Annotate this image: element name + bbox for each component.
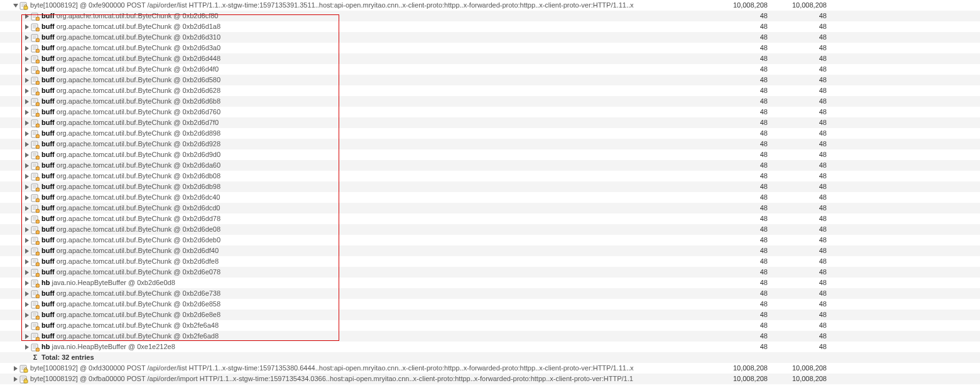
tree-row[interactable]: buff org.apache.tomcat.util.buf.ByteChun…	[0, 320, 980, 331]
tree-row[interactable]: buff org.apache.tomcat.util.buf.ByteChun…	[0, 192, 980, 203]
expand-toggle[interactable]	[24, 281, 30, 286]
expand-toggle[interactable]	[24, 249, 30, 254]
expand-toggle[interactable]	[24, 99, 30, 104]
svg-rect-28	[33, 49, 36, 50]
expand-toggle[interactable]	[24, 89, 30, 94]
expand-toggle[interactable]	[24, 259, 30, 264]
expand-toggle[interactable]	[24, 67, 30, 72]
expand-toggle[interactable]	[24, 195, 30, 200]
tree-row[interactable]: buff org.apache.tomcat.util.buf.ByteChun…	[0, 235, 980, 245]
tree-row[interactable]: buff org.apache.tomcat.util.buf.ByteChun…	[0, 32, 980, 43]
expand-toggle[interactable]	[24, 270, 30, 275]
node-label: buff org.apache.tomcat.util.buf.ByteChun…	[41, 149, 220, 160]
expand-toggle[interactable]	[24, 121, 30, 126]
tree-row[interactable]: buff org.apache.tomcat.util.buf.ByteChun…	[0, 299, 980, 310]
tree-row[interactable]: buff org.apache.tomcat.util.buf.ByteChun…	[0, 21, 980, 32]
tree-row[interactable]: byte[10008192] @ 0xfd300000 POST /api/or…	[0, 363, 980, 374]
tree-row[interactable]: buff org.apache.tomcat.util.buf.ByteChun…	[0, 85, 980, 96]
tree-row[interactable]: buff org.apache.tomcat.util.buf.ByteChun…	[0, 310, 980, 320]
expand-toggle[interactable]	[24, 35, 30, 40]
tree-row[interactable]: buff org.apache.tomcat.util.buf.ByteChun…	[0, 149, 980, 160]
shallow-heap-cell: 48	[711, 171, 770, 181]
svg-rect-117	[33, 208, 36, 208]
expand-toggle[interactable]	[24, 206, 30, 211]
retained-heap-cell: 48	[770, 288, 829, 299]
tree-row[interactable]: buff org.apache.tomcat.util.buf.ByteChun…	[0, 171, 980, 181]
svg-rect-154	[33, 273, 36, 274]
expand-toggle[interactable]	[24, 291, 30, 296]
tree-row[interactable]: buff org.apache.tomcat.util.buf.ByteChun…	[0, 224, 980, 235]
svg-marker-66	[25, 121, 29, 126]
expand-toggle[interactable]	[24, 227, 30, 232]
expand-toggle[interactable]	[13, 377, 19, 382]
expand-toggle[interactable]	[24, 78, 30, 83]
node-label: buff org.apache.tomcat.util.buf.ByteChun…	[41, 107, 220, 117]
expand-toggle[interactable]	[24, 313, 30, 318]
expand-toggle[interactable]	[24, 174, 30, 179]
tree-row[interactable]: buff org.apache.tomcat.util.buf.ByteChun…	[0, 96, 980, 107]
tree-row[interactable]: buff org.apache.tomcat.util.buf.ByteChun…	[0, 64, 980, 75]
node-label: buff org.apache.tomcat.util.buf.ByteChun…	[41, 245, 219, 256]
svg-marker-6	[25, 14, 29, 19]
tree-row[interactable]: buff org.apache.tomcat.util.buf.ByteChun…	[0, 181, 980, 192]
tree-row[interactable]: ΣTotal: 32 entries	[0, 352, 980, 363]
tree-row[interactable]: byte[10008192] @ 0xfe900000 POST /api/or…	[0, 0, 980, 11]
svg-point-101	[36, 177, 40, 181]
expand-toggle[interactable]	[24, 24, 30, 30]
tree-row[interactable]: buff org.apache.tomcat.util.buf.ByteChun…	[0, 203, 980, 213]
tree-row[interactable]: buff org.apache.tomcat.util.buf.ByteChun…	[0, 117, 980, 128]
tree-row[interactable]: buff org.apache.tomcat.util.buf.ByteChun…	[0, 267, 980, 278]
retained-heap-cell: 48	[770, 53, 829, 64]
tree-row[interactable]: buff org.apache.tomcat.util.buf.ByteChun…	[0, 107, 980, 117]
tree-row[interactable]: buff org.apache.tomcat.util.buf.ByteChun…	[0, 11, 980, 21]
expand-toggle[interactable]	[24, 131, 30, 136]
expand-toggle[interactable]	[24, 46, 30, 51]
node-label: byte[10008192] @ 0xfe900000 POST /api/or…	[30, 0, 634, 11]
node-label: byte[10008192] @ 0xfba00000 POST /api/or…	[30, 374, 633, 384]
tree-row[interactable]: buff org.apache.tomcat.util.buf.ByteChun…	[0, 160, 980, 171]
tree-row[interactable]: buff org.apache.tomcat.util.buf.ByteChun…	[0, 139, 980, 149]
svg-rect-2	[21, 4, 25, 4]
tree-row[interactable]: buff org.apache.tomcat.util.buf.ByteChun…	[0, 288, 980, 299]
expand-toggle[interactable]	[24, 185, 30, 190]
node-label: buff org.apache.tomcat.util.buf.ByteChun…	[41, 139, 220, 149]
tree-row[interactable]: hb java.nio.HeapByteBuffer @ 0xe1e212e84…	[0, 342, 980, 352]
expand-toggle[interactable]	[24, 238, 30, 243]
expand-toggle[interactable]	[24, 345, 30, 350]
expand-toggle[interactable]	[24, 14, 30, 19]
tree-row[interactable]: buff org.apache.tomcat.util.buf.ByteChun…	[0, 75, 980, 85]
tree-row[interactable]: buff org.apache.tomcat.util.buf.ByteChun…	[0, 213, 980, 224]
tree-row[interactable]: buff org.apache.tomcat.util.buf.ByteChun…	[0, 43, 980, 53]
expand-toggle[interactable]	[24, 217, 30, 222]
node-label: buff org.apache.tomcat.util.buf.ByteChun…	[41, 224, 220, 235]
node-label: buff org.apache.tomcat.util.buf.ByteChun…	[41, 128, 220, 139]
expand-toggle[interactable]	[24, 153, 30, 158]
expand-toggle[interactable]	[24, 57, 30, 62]
shallow-heap-cell: 48	[711, 278, 770, 288]
retained-heap-cell: 48	[770, 320, 829, 331]
tree-row[interactable]: buff org.apache.tomcat.util.buf.ByteChun…	[0, 256, 980, 267]
node-label: buff org.apache.tomcat.util.buf.ByteChun…	[41, 331, 219, 342]
svg-point-113	[36, 198, 40, 202]
tree-row[interactable]: hb java.nio.HeapByteBuffer @ 0xb2d6e0d84…	[0, 278, 980, 288]
expand-toggle[interactable]	[24, 110, 30, 115]
svg-point-83	[36, 145, 40, 149]
shallow-heap-cell: 48	[711, 139, 770, 149]
svg-rect-22	[33, 38, 36, 39]
expand-toggle[interactable]	[24, 334, 30, 339]
expand-toggle[interactable]	[24, 142, 30, 147]
expand-toggle[interactable]	[13, 3, 19, 8]
expand-toggle[interactable]	[24, 163, 30, 168]
expand-toggle[interactable]	[24, 302, 30, 307]
svg-rect-106	[33, 188, 36, 188]
svg-rect-122	[33, 217, 36, 218]
tree-row[interactable]: buff org.apache.tomcat.util.buf.ByteChun…	[0, 245, 980, 256]
tree-row[interactable]: buff org.apache.tomcat.util.buf.ByteChun…	[0, 331, 980, 342]
tree-row[interactable]: byte[10008192] @ 0xfba00000 POST /api/or…	[0, 374, 980, 384]
expand-toggle[interactable]	[13, 366, 19, 371]
tree-row[interactable]: buff org.apache.tomcat.util.buf.ByteChun…	[0, 128, 980, 139]
shallow-heap-cell: 48	[711, 299, 770, 310]
svg-rect-130	[33, 230, 36, 231]
expand-toggle[interactable]	[24, 323, 30, 328]
tree-row[interactable]: buff org.apache.tomcat.util.buf.ByteChun…	[0, 53, 980, 64]
